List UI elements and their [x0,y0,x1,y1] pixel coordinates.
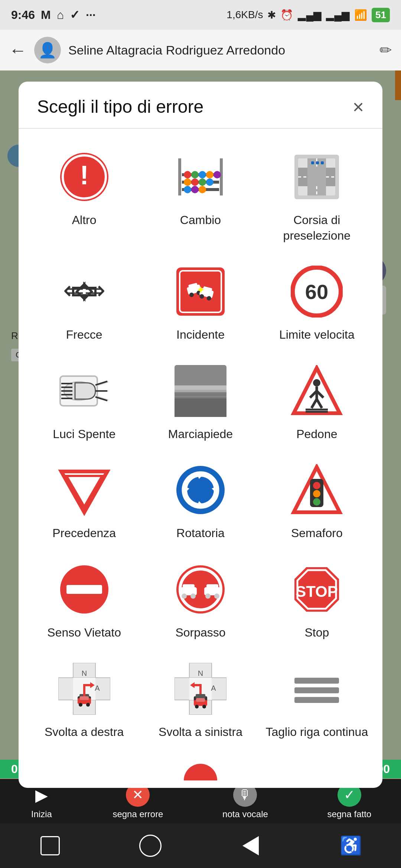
svg-text:⇐⇒: ⇐⇒ [63,276,105,304]
sorpasso-label: Sorpasso [175,625,225,641]
incidente-label: Incidente [176,327,225,343]
cambio-icon [171,147,230,207]
svg-point-9 [191,171,199,178]
nota-vocale-label: nota vocale [222,809,268,819]
bluetooth-icon: ✱ [267,9,276,21]
nav-recents-button[interactable] [35,835,65,857]
marciapiede-icon [171,361,230,421]
back-button[interactable]: ← [9,40,27,60]
limite-label: Limite velocita [279,327,355,343]
check-icon: ✓ [70,8,80,22]
svg-text:N: N [198,669,203,677]
item-precedenza[interactable]: Precedenza [26,453,142,552]
svg-rect-30 [316,161,319,164]
altro-label: Altro [72,213,97,228]
item-rotatoria[interactable]: Rotatoria [142,453,258,552]
item-frecce[interactable]: ⇐⇒ Frecce [26,254,142,354]
svg-rect-7 [220,158,223,195]
svg-text:!: ! [80,160,89,190]
alarm-icon: ⏰ [280,9,293,21]
error-types-grid: ! Altro [19,132,382,758]
svg-point-118 [79,703,82,707]
home-icon: ⌂ [57,8,64,22]
altro-icon: ! [55,147,114,207]
svg-text:STOP: STOP [296,583,338,600]
svolta-destra-icon: N A [55,659,114,719]
segna-errore-button[interactable]: ✕ segna errore [113,783,163,819]
pedone-icon [287,361,346,421]
svg-rect-92 [66,585,102,594]
svolta-sinistra-icon: N A [171,659,230,719]
segna-fatto-button[interactable]: ✓ segna fatto [327,783,371,819]
item-cambio[interactable]: Cambio [142,140,258,254]
svolta-sinistra-label: Svolta a sinistra [159,724,242,740]
svg-point-14 [191,178,199,186]
dialog-title: Scegli il tipo di errore [37,96,203,117]
corsia-icon [287,147,346,207]
item-incidente[interactable]: ✦ Incidente [142,254,258,354]
inizia-label: Inizia [31,809,52,819]
precedenza-label: Precedenza [52,526,116,541]
item-semaforo[interactable]: Semaforo [259,453,375,552]
corsia-label: Corsia di preselezione [263,213,371,243]
cambio-label: Cambio [180,213,221,228]
inizia-button[interactable]: ▶ Inizia [30,783,53,819]
item-luci[interactable]: Luci Spente [26,354,142,453]
senso-vietato-label: Senso Vietato [47,625,121,641]
limite-icon: 60 [287,262,346,321]
network-speed: 1,6KB/s [226,9,263,21]
svg-point-98 [190,594,196,599]
svg-point-97 [182,594,187,599]
svg-rect-29 [311,161,314,164]
edit-icon[interactable]: ✏ [379,42,392,59]
item-marciapiede[interactable]: Marciapiede [142,354,258,453]
nota-vocale-button[interactable]: 🎙 nota vocale [222,783,268,819]
item-limite[interactable]: 60 Limite velocita [259,254,375,354]
svg-point-137 [184,764,217,780]
frecce-icon: ⇐⇒ [55,262,114,321]
frecce-label: Frecce [66,327,102,343]
time-display: 9:46 [11,8,35,22]
svolta-destra-label: Svolta a destra [45,724,124,740]
item-taglio[interactable]: Taglio riga continua [259,652,375,751]
home-nav-icon [139,835,162,857]
svg-point-90 [313,498,320,506]
nav-home-button[interactable] [136,835,165,857]
nav-back-button[interactable] [236,835,265,857]
back-nav-icon [242,836,259,855]
svg-rect-6 [178,158,181,195]
svg-point-70 [313,379,320,387]
taglio-icon [287,659,346,719]
recents-icon [40,836,60,855]
svg-rect-136 [294,697,339,703]
item-corsia[interactable]: Corsia di preselezione [259,140,375,254]
item-altro[interactable]: ! Altro [26,140,142,254]
nav-accessibility-button[interactable]: ♿ [336,835,366,857]
svg-rect-131 [196,698,205,702]
svg-point-11 [206,171,213,178]
item-senso-vietato[interactable]: Senso Vietato [26,552,142,652]
sorpasso-icon [171,560,230,619]
item-stop[interactable]: STOP Stop [259,552,375,652]
item-svolta-destra[interactable]: N A Svolta a destra [26,652,142,751]
svg-text:A: A [95,684,100,692]
item-sorpasso[interactable]: Sorpasso [142,552,258,652]
svg-rect-127 [196,694,205,698]
svg-text:60: 60 [305,280,328,303]
svg-text:A: A [211,684,216,692]
ellipsis-icon: ··· [86,8,96,22]
svg-point-101 [205,594,211,599]
svg-rect-135 [294,687,339,693]
senso-vietato-icon [55,560,114,619]
item-pedone[interactable]: Pedone [259,354,375,453]
m-icon: M [41,8,51,22]
battery-display: 51 [372,8,390,22]
svg-rect-65 [175,390,226,392]
status-left: 9:46 M ⌂ ✓ ··· [11,8,96,22]
svg-point-17 [184,186,191,193]
item-svolta-sinistra[interactable]: N A [142,652,258,751]
rotatoria-label: Rotatoria [176,526,225,541]
dialog-divider [19,128,382,129]
svg-rect-96 [183,584,195,590]
dialog-close-button[interactable]: × [353,97,364,116]
